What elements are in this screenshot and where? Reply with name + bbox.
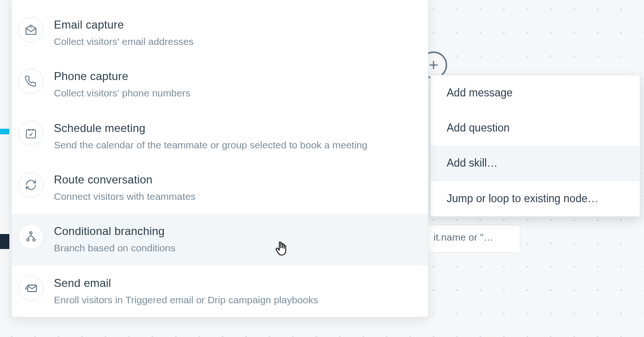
branch-icon: [18, 224, 44, 249]
refresh-icon: [18, 172, 44, 198]
mail-open-icon: [18, 17, 44, 43]
skill-title: Route conversation: [54, 173, 414, 186]
menu-item-label: Add message: [447, 87, 513, 99]
sidebar-accent-fragment: [0, 129, 9, 134]
node-preview-text: it.name or "…: [434, 232, 494, 242]
skill-title: Conditional branching: [54, 225, 414, 238]
add-menu-item-add-skill[interactable]: Add skill…: [431, 146, 640, 181]
svg-point-8: [33, 239, 35, 242]
add-menu-item-add-message[interactable]: Add message: [431, 75, 640, 110]
menu-item-label: Add question: [447, 122, 509, 134]
node-preview-card[interactable]: it.name or "…: [427, 225, 520, 253]
skill-title: Phone capture: [54, 70, 414, 83]
phone-icon: [18, 69, 44, 94]
svg-point-6: [30, 232, 32, 234]
skill-item-route-conversation[interactable]: Route conversation Connect visitors with…: [12, 162, 428, 213]
skill-title: Schedule meeting: [54, 122, 414, 135]
svg-point-2: [30, 26, 31, 28]
add-menu-item-add-question[interactable]: Add question: [431, 110, 640, 146]
send-mail-icon: [18, 276, 44, 301]
skill-item-phone-capture[interactable]: Phone capture Collect visitors' phone nu…: [12, 59, 428, 110]
skill-title: Send email: [54, 277, 414, 290]
skill-item-schedule-meeting[interactable]: Schedule meeting Send the calendar of th…: [12, 110, 428, 162]
add-menu-item-jump-loop[interactable]: Jump or loop to existing node…: [431, 181, 640, 216]
skill-desc: Collect visitors' phone numbers: [54, 87, 414, 100]
svg-point-7: [27, 239, 29, 242]
plus-icon: [427, 59, 440, 71]
skill-desc: Collect visitors' email addresses: [54, 35, 414, 48]
skill-desc: Branch based on conditions: [54, 242, 414, 255]
skill-item-conditional-branching[interactable]: Conditional branching Branch based on co…: [12, 213, 428, 265]
skill-item-send-email[interactable]: Send email Enroll visitors in Triggered …: [12, 265, 428, 317]
menu-item-label: Jump or loop to existing node…: [447, 192, 598, 205]
add-menu: Add message Add question Add skill… Jump…: [430, 75, 640, 217]
sidebar-dark-fragment: [0, 234, 9, 249]
calendar-icon: [18, 121, 44, 146]
skill-desc: Connect visitors with teammates: [54, 190, 414, 203]
skills-panel: Email capture Collect visitors' email ad…: [11, 0, 428, 317]
menu-item-label: Add skill…: [447, 157, 498, 169]
skill-title: Email capture: [54, 18, 414, 31]
skill-item-email-capture[interactable]: Email capture Collect visitors' email ad…: [12, 7, 428, 59]
skill-desc: Send the calendar of the teammate or gro…: [54, 139, 414, 152]
skill-desc: Enroll visitors in Triggered email or Dr…: [54, 293, 414, 307]
svg-rect-3: [26, 130, 36, 138]
